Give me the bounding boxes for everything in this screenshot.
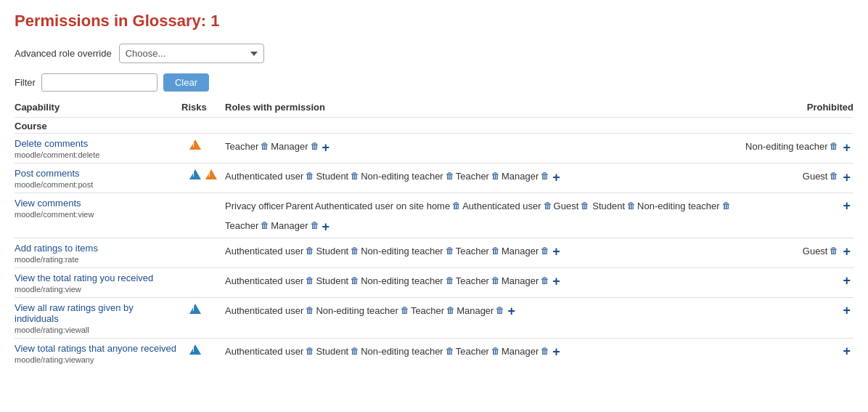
trash-icon[interactable]: 🗑 — [306, 169, 314, 185]
trash-icon[interactable]: 🗑 — [261, 139, 269, 155]
add-role-button[interactable]: + — [552, 345, 560, 358]
trash-icon[interactable]: 🗑 — [627, 198, 636, 214]
add-role-button[interactable]: + — [322, 220, 330, 233]
advanced-role-label: Advanced role override — [15, 48, 112, 59]
trash-icon[interactable]: 🗑 — [351, 169, 359, 185]
clear-button[interactable]: Clear — [163, 73, 209, 92]
add-role-button[interactable]: + — [552, 245, 560, 258]
capability-link-view-total-anyone[interactable]: View total ratings that anyone received — [15, 343, 179, 354]
role-tag: Teacher 🗑 — [225, 138, 269, 155]
filter-label: Filter — [15, 77, 36, 88]
role-tag: Privacy officer — [225, 198, 284, 214]
add-role-button[interactable]: + — [552, 171, 560, 184]
role-tag: Non-editing teacher 🗑 — [361, 243, 454, 259]
trash-icon[interactable]: 🗑 — [491, 344, 500, 360]
add-role-button[interactable]: + — [507, 304, 515, 318]
add-prohibited-button[interactable]: + — [843, 199, 851, 212]
trash-icon[interactable]: 🗑 — [496, 303, 504, 319]
risk-icon-warning — [205, 169, 217, 179]
roles-content: Teacher 🗑 Manager 🗑 + — [225, 138, 734, 155]
add-prohibited-button[interactable]: + — [843, 274, 851, 287]
table-row: Delete comments moodle/comment:delete Te… — [15, 134, 853, 163]
trash-icon[interactable]: 🗑 — [541, 169, 549, 185]
role-tag: Manager 🗑 — [501, 272, 549, 289]
role-tag: Student 🗑 — [316, 272, 359, 289]
add-role-button[interactable]: + — [322, 141, 330, 154]
capability-link-view-raw-ratings[interactable]: View all raw ratings given by individual… — [15, 302, 179, 324]
risk-icon-config — [189, 344, 201, 355]
capability-code: moodle/comment:view — [15, 210, 94, 219]
role-tag: Authenticated user 🗑 — [225, 343, 314, 360]
role-tag: Teacher 🗑 — [456, 343, 500, 360]
table-row: View all raw ratings given by individual… — [15, 297, 853, 338]
role-tag: Student 🗑 — [316, 343, 359, 360]
trash-icon[interactable]: 🗑 — [446, 303, 455, 319]
risks-header: Risks — [181, 99, 225, 118]
add-prohibited-button[interactable]: + — [843, 245, 851, 258]
trash-icon[interactable]: 🗑 — [830, 169, 838, 185]
roles-content: Authenticated user 🗑 Student 🗑 Non-editi… — [225, 343, 734, 360]
trash-icon[interactable]: 🗑 — [491, 273, 500, 289]
role-tag: Manager 🗑 — [501, 243, 549, 259]
role-tag: Student 🗑 — [592, 198, 636, 214]
prohibited-content: + — [737, 343, 851, 358]
role-tag: Non-editing teacher 🗑 — [637, 198, 730, 214]
roles-header: Roles with permission — [225, 99, 737, 118]
trash-icon[interactable]: 🗑 — [311, 218, 319, 234]
role-tag: Student 🗑 — [316, 168, 359, 185]
trash-icon[interactable]: 🗑 — [306, 273, 314, 289]
trash-icon[interactable]: 🗑 — [261, 218, 269, 234]
role-tag: Teacher 🗑 — [456, 243, 500, 259]
trash-icon[interactable]: 🗑 — [446, 169, 454, 185]
add-role-button[interactable]: + — [552, 275, 560, 288]
trash-icon[interactable]: 🗑 — [446, 344, 454, 360]
prohibited-content: + — [737, 302, 851, 317]
capability-link-view-total-rating[interactable]: View the total rating you received — [15, 272, 179, 283]
capability-link-add-ratings[interactable]: Add ratings to items — [15, 243, 179, 254]
trash-icon[interactable]: 🗑 — [541, 273, 549, 289]
trash-icon[interactable]: 🗑 — [491, 243, 500, 259]
roles-content: Authenticated user 🗑 Non-editing teacher… — [225, 302, 734, 319]
trash-icon[interactable]: 🗑 — [351, 344, 359, 360]
table-row: View comments moodle/comment:view Privac… — [15, 193, 853, 238]
table-row: View the total rating you received moodl… — [15, 267, 853, 297]
role-tag: Manager 🗑 — [271, 217, 319, 234]
role-tag: Authenticated user 🗑 — [225, 243, 314, 259]
add-prohibited-button[interactable]: + — [843, 141, 851, 154]
trash-icon[interactable]: 🗑 — [306, 344, 314, 360]
filter-input[interactable] — [41, 73, 157, 92]
trash-icon[interactable]: 🗑 — [401, 303, 409, 319]
trash-icon[interactable]: 🗑 — [452, 198, 461, 214]
trash-icon[interactable]: 🗑 — [544, 198, 552, 214]
role-tag: Authenticated user on site home 🗑 — [315, 198, 461, 214]
roles-content: Authenticated user 🗑 Student 🗑 Non-editi… — [225, 168, 734, 185]
add-prohibited-button[interactable]: + — [843, 171, 851, 184]
trash-icon[interactable]: 🗑 — [306, 243, 314, 259]
add-prohibited-button[interactable]: + — [843, 304, 851, 317]
capability-link-delete-comments[interactable]: Delete comments — [15, 138, 179, 149]
trash-icon[interactable]: 🗑 — [541, 344, 549, 360]
capability-header: Capability — [15, 99, 181, 118]
capability-code: moodle/comment:delete — [15, 150, 99, 159]
add-prohibited-button[interactable]: + — [843, 344, 851, 358]
trash-icon[interactable]: 🗑 — [351, 273, 359, 289]
trash-icon[interactable]: 🗑 — [830, 243, 838, 259]
trash-icon[interactable]: 🗑 — [446, 273, 454, 289]
trash-icon[interactable]: 🗑 — [311, 139, 319, 155]
trash-icon[interactable]: 🗑 — [581, 198, 589, 214]
trash-icon[interactable]: 🗑 — [446, 243, 454, 259]
trash-icon[interactable]: 🗑 — [830, 139, 838, 155]
capability-link-view-comments[interactable]: View comments — [15, 198, 179, 209]
prohibited-content: + — [737, 198, 851, 212]
roles-content: Privacy officer Parent Authenticated use… — [225, 198, 734, 235]
trash-icon[interactable]: 🗑 — [351, 243, 359, 259]
capability-link-post-comments[interactable]: Post comments — [15, 168, 179, 179]
trash-icon[interactable]: 🗑 — [541, 243, 549, 259]
trash-icon[interactable]: 🗑 — [491, 169, 500, 185]
trash-icon[interactable]: 🗑 — [722, 198, 731, 214]
trash-icon[interactable]: 🗑 — [306, 303, 314, 319]
role-tag: Non-editing teacher 🗑 — [361, 168, 454, 185]
prohibited-header: Prohibited — [737, 99, 853, 118]
capability-code: moodle/comment:post — [15, 180, 93, 189]
advanced-role-select[interactable]: Choose... Student Teacher Manager — [119, 44, 264, 63]
